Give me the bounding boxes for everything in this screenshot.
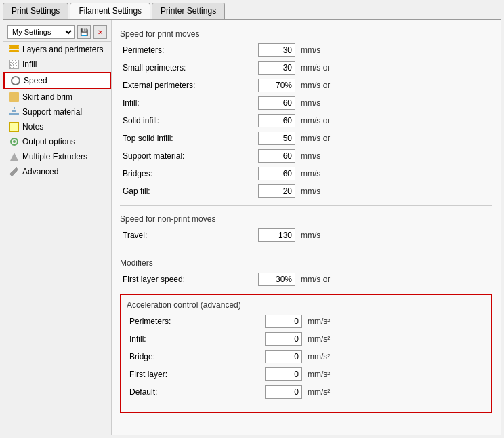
infill-icon	[9, 59, 20, 70]
layers-icon	[9, 44, 20, 55]
accel-infill-input[interactable]	[265, 332, 302, 346]
svg-marker-5	[10, 153, 18, 161]
table-row: Infill: mm/s	[120, 94, 492, 112]
row-label: Default:	[127, 383, 262, 401]
unit-label: mm/s²	[305, 348, 486, 365]
divider2	[120, 250, 492, 250]
unit-label: mm/s	[298, 94, 492, 112]
table-row: External perimeters: mm/s or	[120, 77, 492, 94]
divider1	[120, 205, 492, 206]
tab-bar: Print Settings Filament Settings Printer…	[0, 0, 504, 19]
speed-nonprint-header: Speed for non-print moves	[120, 210, 492, 226]
wrench-icon	[9, 166, 20, 177]
sidebar-item-support[interactable]: Support material	[3, 104, 111, 119]
speed-nonprint-table: Travel: mm/s	[120, 226, 492, 244]
row-label: Gap fill:	[120, 182, 255, 200]
svg-rect-1	[12, 110, 16, 112]
svg-point-4	[13, 140, 16, 143]
row-label: Support material:	[120, 147, 255, 165]
accel-default-input[interactable]	[265, 385, 302, 399]
main-area: My Settings 💾 ✕ Layers and perimeters I	[3, 19, 501, 435]
speed-print-header: Speed for print moves	[120, 25, 492, 41]
sidebar-item-advanced[interactable]: Advanced	[3, 164, 111, 179]
bridges-input[interactable]	[258, 167, 295, 180]
unit-label: mm/s or	[298, 59, 492, 77]
table-row: Default: mm/s²	[127, 383, 486, 401]
right-panel: Speed for print moves Perimeters: mm/s S…	[112, 20, 501, 435]
top-solid-infill-input[interactable]	[258, 132, 295, 145]
row-label: Solid infill:	[120, 112, 255, 130]
table-row: Small perimeters: mm/s or	[120, 59, 492, 77]
table-row: Travel: mm/s	[120, 226, 492, 244]
row-label: Perimeters:	[127, 313, 262, 330]
sidebar-item-output[interactable]: Output options	[3, 134, 111, 149]
unit-label: mm/s or	[298, 112, 492, 130]
row-label: Travel:	[120, 226, 255, 244]
delete-preset-button[interactable]: ✕	[93, 25, 107, 39]
table-row: Perimeters: mm/s²	[127, 313, 486, 330]
extruders-icon	[9, 151, 20, 162]
preset-select[interactable]: My Settings	[7, 25, 75, 39]
table-row: Infill: mm/s²	[127, 330, 486, 348]
travel-input[interactable]	[258, 228, 295, 242]
first-layer-speed-input[interactable]	[258, 273, 295, 286]
modifiers-table: First layer speed: mm/s or	[120, 271, 492, 288]
input-cell	[255, 41, 298, 59]
external-perimeters-input[interactable]	[258, 79, 295, 92]
save-preset-button[interactable]: 💾	[77, 25, 91, 39]
speed-print-table: Perimeters: mm/s Small perimeters: mm/s …	[120, 41, 492, 200]
table-row: First layer: mm/s²	[127, 365, 486, 383]
unit-label: mm/s or	[298, 271, 492, 288]
row-label: Small perimeters:	[120, 59, 255, 77]
solid-infill-input[interactable]	[258, 114, 295, 127]
accel-first-layer-input[interactable]	[265, 367, 302, 381]
sidebar: My Settings 💾 ✕ Layers and perimeters I	[3, 20, 112, 435]
sidebar-item-infill[interactable]: Infill	[3, 57, 111, 72]
acceleration-header: Acceleration control (advanced)	[127, 300, 486, 313]
notes-icon	[9, 121, 20, 132]
tab-print-settings[interactable]: Print Settings	[3, 3, 68, 19]
acceleration-box: Acceleration control (advanced) Perimete…	[120, 294, 492, 413]
preset-row: My Settings 💾 ✕	[3, 22, 111, 42]
row-label: Infill:	[127, 330, 262, 348]
tab-printer-settings[interactable]: Printer Settings	[152, 3, 225, 19]
skirt-icon	[9, 92, 20, 102]
unit-label: mm/s	[298, 226, 492, 244]
row-label: First layer:	[127, 365, 262, 383]
gap-fill-input[interactable]	[258, 184, 295, 198]
row-label: Infill:	[120, 94, 255, 112]
row-label: Bridges:	[120, 165, 255, 182]
row-label: External perimeters:	[120, 77, 255, 94]
unit-label: mm/s	[298, 165, 492, 182]
table-row: Gap fill: mm/s	[120, 182, 492, 200]
modifiers-header: Modifiers	[120, 254, 492, 271]
speed-icon	[10, 75, 21, 86]
svg-rect-0	[9, 113, 19, 115]
accel-bridge-input[interactable]	[265, 350, 302, 363]
unit-label: mm/s	[298, 147, 492, 165]
table-row: Perimeters: mm/s	[120, 41, 492, 59]
infill-input[interactable]	[258, 96, 295, 110]
unit-label: mm/s²	[305, 365, 486, 383]
row-label: First layer speed:	[120, 271, 255, 288]
table-row: First layer speed: mm/s or	[120, 271, 492, 288]
sidebar-item-skirt[interactable]: Skirt and brim	[3, 89, 111, 104]
sidebar-item-extruders[interactable]: Multiple Extruders	[3, 149, 111, 164]
tab-filament-settings[interactable]: Filament Settings	[70, 3, 150, 19]
output-icon	[9, 136, 20, 147]
accel-perimeters-input[interactable]	[265, 315, 302, 328]
support-icon	[9, 106, 20, 117]
svg-rect-2	[14, 107, 15, 109]
row-label: Perimeters:	[120, 41, 255, 59]
unit-label: mm/s	[298, 182, 492, 200]
row-label: Top solid infill:	[120, 130, 255, 147]
support-material-input[interactable]	[258, 149, 295, 163]
small-perimeters-input[interactable]	[258, 61, 295, 75]
sidebar-item-speed[interactable]: Speed	[3, 72, 111, 89]
unit-label: mm/s²	[305, 313, 486, 330]
table-row: Bridge: mm/s²	[127, 348, 486, 365]
perimeters-input[interactable]	[258, 43, 295, 57]
unit-label: mm/s or	[298, 77, 492, 94]
sidebar-item-notes[interactable]: Notes	[3, 119, 111, 134]
sidebar-item-layers[interactable]: Layers and perimeters	[3, 42, 111, 57]
